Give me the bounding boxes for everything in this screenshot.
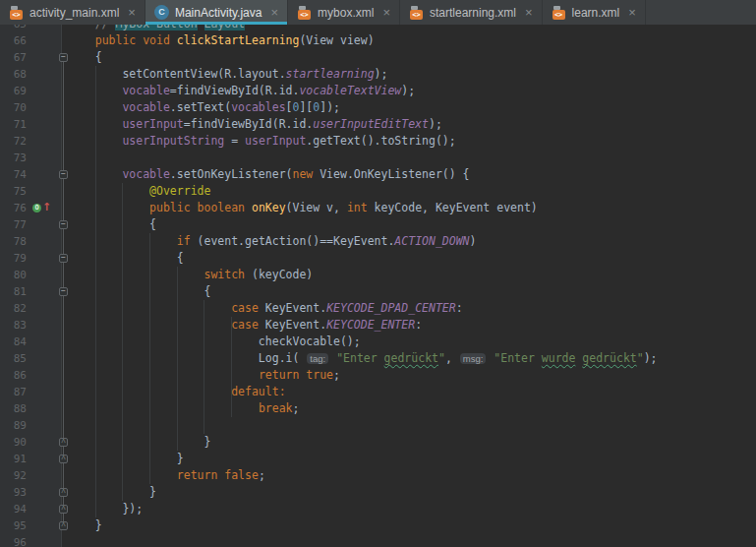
code-line[interactable]: 75 @Override [0, 183, 756, 200]
android-xml-file-icon: <> [409, 5, 424, 20]
android-xml-file-icon: <> [9, 5, 24, 20]
code-line[interactable]: 74− vocable.setOnKeyListener(new View.On… [0, 166, 756, 183]
code-text: case KeyEvent.KEYCODE_ENTER: [68, 317, 422, 334]
fold-region-end-marker[interactable]: ˄ [59, 488, 68, 497]
line-number: 69 [0, 83, 27, 99]
code-line[interactable]: 72 userInputString = userInput.getText()… [0, 133, 756, 150]
fold-region-end-marker[interactable]: ˄ [59, 505, 68, 514]
code-text: switch (keyCode) [68, 267, 313, 283]
tab-label: startlearning.xml [430, 6, 516, 20]
override-up-arrow-icon: ↑ [42, 201, 51, 214]
line-number: 81 [0, 283, 27, 300]
code-line[interactable]: 87 default: [0, 384, 756, 400]
tab-learn-xml[interactable]: <>learn.xml× [543, 0, 646, 25]
line-number: 85 [0, 350, 27, 367]
line-number: 94 [0, 501, 27, 517]
code-line[interactable]: 66 public void clickStartLearning(View v… [0, 32, 756, 49]
tab-close-icon[interactable]: × [128, 6, 136, 19]
code-line[interactable]: 83 case KeyEvent.KEYCODE_ENTER: [0, 317, 756, 334]
code-line[interactable]: 86 return true; [0, 367, 756, 384]
fold-region-start-marker[interactable]: − [59, 287, 68, 296]
code-line[interactable]: 88 break; [0, 400, 756, 417]
line-number: 84 [0, 334, 27, 350]
tab-mybox-xml[interactable]: <>mybox.xml× [288, 0, 400, 25]
fold-region-start-marker[interactable]: − [59, 254, 68, 263]
code-text: setContentView(R.layout.startlearning); [68, 66, 387, 83]
tab-close-icon[interactable]: × [382, 6, 390, 19]
code-line[interactable]: 68 setContentView(R.layout.startlearning… [0, 66, 756, 83]
code-line[interactable]: 70 vocable.setText(vocables[0][0]); [0, 99, 756, 116]
code-text: // MyBox Button Layout [68, 25, 245, 32]
android-xml-file-icon: <> [552, 5, 566, 20]
line-number: 65 [0, 25, 27, 32]
code-line[interactable]: 95˄ } [0, 517, 756, 534]
line-number: 75 [0, 183, 27, 200]
java-class-icon: C [154, 5, 169, 20]
line-number: 83 [0, 317, 27, 334]
code-line[interactable]: 92 return false; [0, 467, 756, 484]
code-line[interactable]: 96 [0, 534, 756, 547]
code-line[interactable]: 94˄ }); [0, 501, 756, 517]
tab-startlearning-xml[interactable]: <>startlearning.xml× [400, 0, 543, 25]
xml-icon-code-glyph: <> [298, 10, 311, 20]
fold-region-end-marker[interactable]: ˄ [59, 455, 68, 463]
code-line[interactable]: 67− { [0, 49, 756, 66]
line-number: 88 [0, 400, 27, 417]
code-text: case KeyEvent.KEYCODE_DPAD_CENTER: [68, 300, 463, 317]
code-line[interactable]: 85 Log.i( tag: "Enter gedrückt", msg: "E… [0, 350, 756, 367]
line-number: 67 [0, 49, 27, 66]
code-text: vocable.setText(vocables[0][0]); [68, 99, 340, 116]
code-text: @Override [68, 183, 210, 200]
tab-close-icon[interactable]: × [270, 6, 278, 19]
tab-label: MainActivity.java [175, 6, 262, 20]
code-line[interactable]: 93˄ } [0, 484, 756, 501]
code-text: public void clickStartLearning(View view… [68, 32, 375, 49]
line-number: 95 [0, 517, 27, 534]
code-line[interactable]: 71 userInput=findViewById(R.id.userInput… [0, 116, 756, 133]
code-text: return false; [68, 467, 265, 484]
code-line[interactable]: 65 // MyBox Button Layout [0, 25, 756, 32]
line-number: 77 [0, 216, 27, 233]
code-line[interactable]: 73 [0, 150, 756, 166]
line-number: 87 [0, 384, 27, 400]
code-editor[interactable]: 65 // MyBox Button Layout66 public void … [0, 25, 756, 547]
tab-activity_main-xml[interactable]: <>activity_main.xml× [0, 0, 145, 25]
code-line[interactable]: 89 [0, 417, 756, 434]
code-text: default: [68, 384, 286, 400]
xml-icon-code-glyph: <> [410, 10, 423, 20]
code-text: Log.i( tag: "Enter gedrückt", msg: "Ente… [68, 350, 658, 367]
line-number: 91 [0, 451, 27, 467]
editor-tab-bar: <>activity_main.xml×CMainActivity.java×<… [0, 0, 756, 25]
line-number: 86 [0, 367, 27, 384]
line-number: 70 [0, 99, 27, 116]
code-text: vocable=findViewById(R.id.vocableTextVie… [68, 83, 415, 99]
fold-region-start-marker[interactable]: − [59, 53, 68, 62]
code-line[interactable]: 82 case KeyEvent.KEYCODE_DPAD_CENTER: [0, 300, 756, 317]
code-text: } [68, 451, 184, 467]
fold-region-end-marker[interactable]: ˄ [59, 438, 68, 447]
tab-MainActivity-java[interactable]: CMainActivity.java× [145, 0, 288, 25]
code-line[interactable]: 80 switch (keyCode) [0, 267, 756, 283]
code-line[interactable]: 69 vocable=findViewById(R.id.vocableText… [0, 83, 756, 99]
code-text: { [68, 283, 210, 300]
code-line[interactable]: 78 if (event.getAction()==KeyEvent.ACTIO… [0, 233, 756, 250]
fold-region-start-marker[interactable]: − [59, 220, 68, 229]
code-line[interactable]: 79− { [0, 250, 756, 267]
code-line[interactable]: 81− { [0, 283, 756, 300]
code-line[interactable]: 90˄ } [0, 434, 756, 451]
line-number: 82 [0, 300, 27, 317]
code-text: if (event.getAction()==KeyEvent.ACTION_D… [68, 233, 476, 250]
fold-region-end-marker[interactable]: ˄ [59, 521, 68, 530]
code-line[interactable]: 76O↑ public boolean onKey(View v, int ke… [0, 200, 756, 216]
tab-close-icon[interactable]: × [628, 6, 636, 19]
code-text: { [68, 216, 156, 233]
overriding-method-icon[interactable]: O [32, 204, 41, 213]
code-line[interactable]: 84 checkVocable(); [0, 334, 756, 350]
code-line[interactable]: 77− { [0, 216, 756, 233]
code-line[interactable]: 91˄ } [0, 451, 756, 467]
code-text: } [68, 434, 210, 451]
fold-region-start-marker[interactable]: − [59, 170, 68, 179]
tab-close-icon[interactable]: × [525, 6, 533, 19]
tab-label: mybox.xml [318, 6, 374, 20]
line-number: 78 [0, 233, 27, 250]
